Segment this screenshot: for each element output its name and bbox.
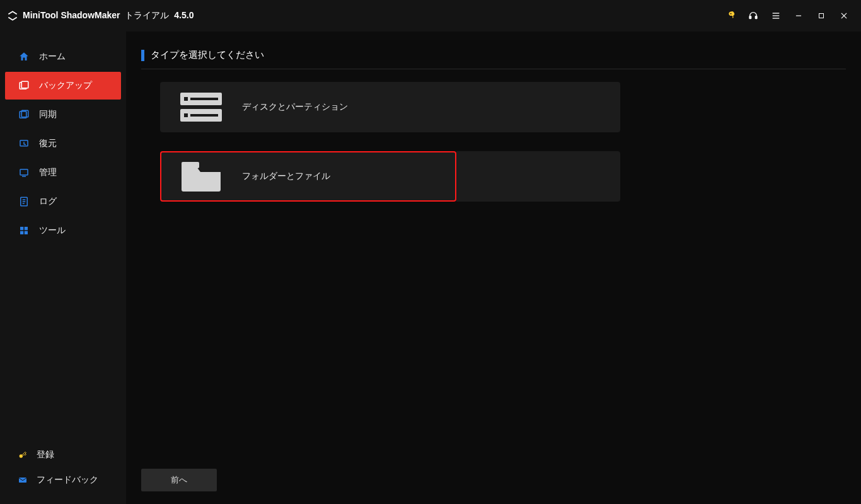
minimize-icon[interactable] <box>793 10 804 21</box>
sidebar-item-restore[interactable]: 復元 <box>5 130 121 158</box>
option-folder-file[interactable]: フォルダーとファイル <box>160 151 456 202</box>
svg-rect-28 <box>184 97 188 101</box>
sync-icon <box>18 108 30 121</box>
backup-icon <box>18 79 30 92</box>
maximize-icon[interactable] <box>816 10 827 21</box>
svg-rect-29 <box>190 98 218 100</box>
back-button[interactable]: 前へ <box>141 469 217 491</box>
app-logo: MiniTool ShadowMaker トライアル 4.5.0 <box>6 9 194 22</box>
headset-icon[interactable] <box>748 10 759 21</box>
restore-icon <box>18 137 30 150</box>
home-icon <box>18 50 30 63</box>
footer: 前へ <box>141 469 846 491</box>
sidebar-register[interactable]: 登録 <box>0 442 126 467</box>
sidebar-item-label: バックアップ <box>39 80 92 91</box>
svg-rect-10 <box>21 81 28 88</box>
sidebar-item-label: ログ <box>39 196 57 207</box>
key-icon[interactable] <box>725 10 736 21</box>
sidebar-register-label: 登録 <box>37 449 54 461</box>
app-logo-icon <box>6 9 19 22</box>
option-disk-partition[interactable]: ディスクとパーティション <box>160 82 620 132</box>
disk-icon <box>179 90 223 124</box>
app-version: 4.5.0 <box>174 10 194 20</box>
svg-rect-31 <box>190 114 218 117</box>
sidebar: ホーム バックアップ 同期 復元 管理 <box>0 32 126 504</box>
sidebar-item-label: ツール <box>39 225 66 236</box>
svg-rect-14 <box>20 169 28 175</box>
sidebar-item-label: 復元 <box>39 138 57 149</box>
log-icon <box>18 195 30 208</box>
menu-icon[interactable] <box>770 10 782 21</box>
sidebar-item-label: ホーム <box>39 51 66 62</box>
option-label: ディスクとパーティション <box>242 101 348 113</box>
folder-icon <box>179 159 223 193</box>
sidebar-item-manage[interactable]: 管理 <box>5 159 121 186</box>
accent-bar <box>141 50 144 61</box>
app-name: MiniTool ShadowMaker <box>23 10 120 20</box>
sidebar-item-home[interactable]: ホーム <box>5 43 121 71</box>
sidebar-item-label: 管理 <box>39 167 57 178</box>
svg-rect-21 <box>25 227 28 230</box>
manage-icon <box>18 166 30 179</box>
svg-rect-6 <box>819 14 824 18</box>
svg-rect-22 <box>20 231 23 234</box>
titlebar-actions <box>725 10 855 21</box>
mail-icon <box>18 475 28 485</box>
svg-rect-25 <box>19 478 26 483</box>
svg-rect-32 <box>182 162 199 168</box>
svg-point-24 <box>20 454 23 457</box>
svg-rect-30 <box>184 113 188 117</box>
tools-icon <box>18 224 30 237</box>
titlebar: MiniTool ShadowMaker トライアル 4.5.0 <box>0 0 861 32</box>
sidebar-item-log[interactable]: ログ <box>5 188 121 215</box>
sidebar-item-sync[interactable]: 同期 <box>5 101 121 129</box>
sidebar-item-label: 同期 <box>39 109 57 120</box>
svg-rect-20 <box>20 227 23 230</box>
close-icon[interactable] <box>838 10 850 21</box>
app-trial: トライアル <box>125 10 169 20</box>
svg-rect-23 <box>25 231 28 234</box>
svg-rect-0 <box>749 16 751 19</box>
type-options: ディスクとパーティション フォルダーとファイル <box>141 82 846 202</box>
sidebar-item-backup[interactable]: バックアップ <box>5 72 121 100</box>
section-title: タイプを選択してください <box>151 49 264 61</box>
sidebar-item-tools[interactable]: ツール <box>5 217 121 244</box>
key-icon <box>18 450 28 460</box>
main-panel: タイプを選択してください ディスクとパーティション <box>126 32 861 504</box>
sidebar-feedback-label: フィードバック <box>37 474 98 486</box>
app-title: MiniTool ShadowMaker トライアル 4.5.0 <box>23 10 194 21</box>
section-header: タイプを選択してください <box>141 49 846 69</box>
svg-rect-1 <box>755 16 757 19</box>
sidebar-feedback[interactable]: フィードバック <box>0 467 126 493</box>
option-label: フォルダーとファイル <box>242 171 330 182</box>
